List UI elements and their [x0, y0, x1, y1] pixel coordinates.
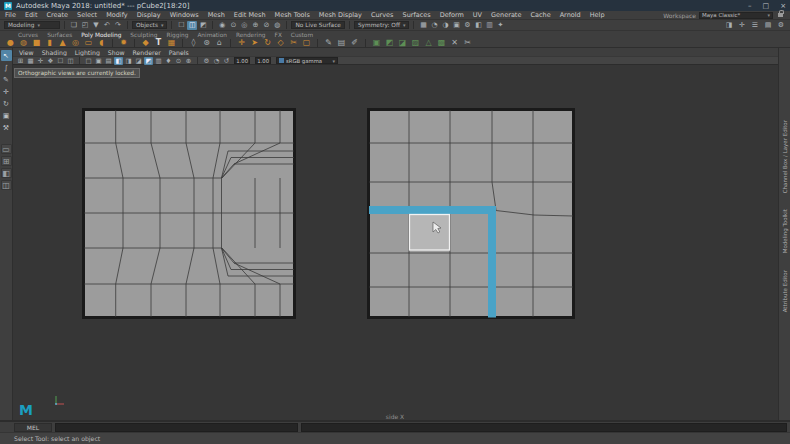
viewport-toolbar-icon[interactable]: ☐	[56, 57, 65, 65]
menu-item[interactable]: UV	[473, 11, 482, 19]
command-language-toggle[interactable]: MEL	[14, 423, 52, 432]
shelf-icon[interactable]: ⊛	[200, 38, 213, 48]
left-viewport-mesh[interactable]	[82, 108, 296, 319]
shelf-icon[interactable]: ✹	[117, 38, 130, 48]
viewport-toolbar-icon[interactable]: ◧	[114, 57, 123, 65]
live-surface-select[interactable]: No Live Surface	[291, 21, 345, 29]
file-op-icon[interactable]: ❏	[69, 21, 79, 30]
shelf-icon[interactable]: ✐	[348, 38, 361, 48]
panel-menu-item[interactable]: Panels	[169, 49, 189, 56]
viewport-toolbar-icon[interactable]: ◔	[212, 57, 221, 65]
shelf-icon[interactable]: ✂	[461, 38, 474, 48]
shelf-icon[interactable]: ◩	[383, 38, 396, 48]
menu-item[interactable]: Edit	[25, 11, 38, 19]
command-result[interactable]	[301, 423, 787, 432]
gamma-field[interactable]: 1.00	[255, 57, 271, 64]
exposure-field[interactable]: 1.00	[234, 57, 250, 64]
selection-mode-select[interactable]: Objects ▾	[132, 21, 167, 29]
sidebar-toggle-icon[interactable]: ✛	[737, 21, 747, 30]
viewport-toolbar-icon[interactable]	[197, 57, 198, 64]
render-icon[interactable]: ✦	[495, 21, 505, 30]
tool-icon[interactable]: ↖	[1, 50, 12, 61]
shelf-icon[interactable]: ✎	[322, 38, 335, 48]
menu-item[interactable]: Modify	[106, 11, 128, 19]
viewport-toolbar-icon[interactable]: □	[84, 57, 93, 65]
menu-item[interactable]: Select	[77, 11, 97, 19]
minimize-button[interactable]: –	[748, 2, 752, 10]
tool-icon[interactable]: ▣	[1, 110, 12, 121]
sidebar-tab[interactable]: Attribute Editor	[782, 270, 788, 312]
shelf-icon[interactable]: ◪	[396, 38, 409, 48]
render-icon[interactable]: ⚙	[462, 21, 472, 30]
sidebar-toggle-icon[interactable]: ☰	[750, 21, 760, 30]
menu-item[interactable]: Deform	[440, 11, 464, 19]
shelf-icon[interactable]: ➤	[248, 38, 261, 48]
snap-icon[interactable]: ⊙	[228, 21, 238, 30]
file-op-icon[interactable]: ↷	[113, 21, 123, 30]
layout-button[interactable]: ⊞	[1, 156, 12, 166]
tool-icon[interactable]: ✎	[1, 74, 12, 85]
file-op-icon[interactable]: ◰	[80, 21, 90, 30]
shelf-icon[interactable]: ▦	[165, 38, 178, 48]
shelf-icon[interactable]	[182, 39, 183, 47]
render-icon[interactable]: ▣	[451, 21, 461, 30]
menu-item[interactable]: Edit Mesh	[234, 11, 266, 19]
menu-item[interactable]: Display	[137, 11, 161, 19]
shelf-icon[interactable]: ✛	[235, 38, 248, 48]
tool-icon[interactable]: ∫	[1, 62, 12, 73]
viewport-canvas[interactable]: Orthographic views are currently locked.	[13, 65, 778, 420]
shelf-icon[interactable]	[317, 39, 318, 47]
selection-mask-icon[interactable]: ◫	[187, 21, 197, 30]
render-icon[interactable]: ◔	[429, 21, 439, 30]
shelf-icon[interactable]: ▮	[43, 38, 56, 48]
right-viewport-mesh[interactable]	[367, 108, 575, 319]
preselect-face-highlight[interactable]	[410, 215, 450, 251]
snap-icon[interactable]: ⊕	[250, 21, 260, 30]
tool-icon[interactable]: ✛	[1, 86, 12, 97]
panel-menu-item[interactable]: View	[19, 49, 34, 56]
viewport-toolbar-icon[interactable]	[79, 57, 80, 64]
menu-item[interactable]: Create	[46, 11, 68, 19]
sidebar-toggle-icon[interactable]: ⚙	[776, 21, 786, 30]
snap-icon[interactable]: ⊘	[261, 21, 271, 30]
panel-menu-item[interactable]: Lighting	[75, 49, 100, 56]
maximize-button[interactable]: □	[763, 2, 770, 10]
shelf-icon[interactable]: ↻	[261, 38, 274, 48]
shelf-icon[interactable]	[365, 39, 366, 47]
shelf-icon[interactable]: ◊	[187, 38, 200, 48]
lock-icon[interactable]	[778, 13, 783, 17]
viewport-toolbar-icon[interactable]: ◫	[66, 57, 75, 65]
render-icon[interactable]: ▥	[484, 21, 494, 30]
shelf-icon[interactable]	[112, 39, 113, 47]
shelf-icon[interactable]: ▨	[409, 38, 422, 48]
shelf-icon[interactable]: ✕	[448, 38, 461, 48]
file-op-icon[interactable]: ▼	[91, 21, 101, 30]
viewport-toolbar-icon[interactable]: ❖	[46, 57, 55, 65]
symmetry-select[interactable]: Symmetry: Off ▾	[354, 21, 410, 29]
menu-item[interactable]: Help	[590, 11, 605, 19]
selection-mask-icon[interactable]: ☐	[176, 21, 186, 30]
sidebar-tab[interactable]: Channel Box / Layer Editor	[782, 120, 788, 193]
viewport-toolbar-icon[interactable]: ▦	[26, 57, 35, 65]
shelf-icon[interactable]: ◇	[274, 38, 287, 48]
shelf-icon[interactable]: T	[152, 38, 165, 48]
menu-item[interactable]: Windows	[170, 11, 199, 19]
shelf-icon[interactable]: △	[422, 38, 435, 48]
menu-item[interactable]: Curves	[371, 11, 394, 19]
panel-menu-item[interactable]: Shading	[42, 49, 67, 56]
tool-icon[interactable]: ↻	[1, 98, 12, 109]
file-op-icon[interactable]: ↶	[102, 21, 112, 30]
viewport-toolbar-icon[interactable]: ♦	[164, 57, 173, 65]
selection-mask-icon[interactable]: ◩	[198, 21, 208, 30]
menu-item[interactable]: Generate	[491, 11, 521, 19]
viewport-toolbar-icon[interactable]: ⚙	[202, 57, 211, 65]
workspace-select[interactable]: Maya Classic* ▾	[699, 12, 773, 19]
menu-set-select[interactable]: Modeling ▾	[4, 21, 60, 29]
menu-item[interactable]: File	[5, 11, 16, 19]
snap-icon[interactable]: ◎	[239, 21, 249, 30]
menu-item[interactable]: Arnold	[560, 11, 581, 19]
shelf-icon[interactable]: ▢	[300, 38, 313, 48]
viewport-toolbar-icon[interactable]: ▣	[94, 57, 103, 65]
view-transform-select[interactable]: sRGB gamma ▾	[276, 57, 338, 64]
viewport-toolbar-icon[interactable]: ✛	[36, 57, 45, 65]
